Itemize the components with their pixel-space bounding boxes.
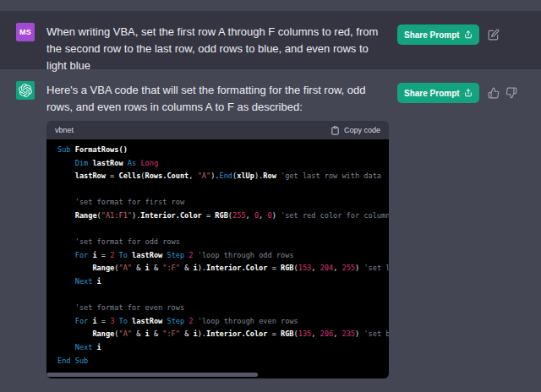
- user-message-content: When writing VBA, set the first row A th…: [46, 24, 389, 74]
- feedback-buttons: [488, 87, 517, 99]
- code-line: Next i: [57, 275, 389, 289]
- user-message-actions: Share Prompt: [397, 24, 500, 45]
- code-line: End Sub: [57, 355, 389, 368]
- thumbs-down-button[interactable]: [505, 87, 517, 99]
- code-line: [57, 289, 389, 302]
- code-line: 'set format for first row: [57, 196, 389, 210]
- share-prompt-button[interactable]: Share Prompt: [397, 24, 479, 45]
- assistant-message-text: Here's a VBA code that will set the form…: [46, 82, 389, 116]
- share-response-button[interactable]: Share Prompt: [397, 83, 479, 103]
- code-line: lastRow = Cells(Rows.Count, "A").End(xlU…: [57, 170, 389, 183]
- openai-logo-icon: [19, 84, 32, 97]
- assistant-message-actions: Share Prompt: [397, 83, 517, 103]
- code-line: Range("A" & i & ":F" & i).Interior.Color…: [57, 262, 389, 275]
- assistant-message-content: Here's a VBA code that will set the form…: [46, 82, 389, 378]
- code-line: Range("A" & i & ":F" & i).Interior.Color…: [57, 328, 389, 341]
- code-line: 'set format for odd rows: [57, 236, 389, 249]
- clipboard-icon: [331, 126, 340, 135]
- user-avatar-initials: MS: [19, 28, 31, 36]
- thumbs-up-button[interactable]: [488, 87, 500, 99]
- thumb-up-icon: [488, 87, 500, 99]
- assistant-avatar: [16, 81, 35, 100]
- code-language-label: vbnet: [55, 126, 74, 134]
- code-horizontal-scrollbar[interactable]: [46, 373, 258, 377]
- code-content: Sub FormatRows() Dim lastRow As Long las…: [46, 139, 389, 378]
- share-icon: [464, 89, 473, 97]
- share-icon: [464, 30, 473, 39]
- user-avatar: MS: [16, 23, 35, 41]
- code-line: Next i: [57, 341, 389, 355]
- share-response-label: Share Prompt: [404, 89, 460, 98]
- code-block: vbnet Copy code Sub FormatRows() Dim las…: [46, 121, 389, 378]
- code-block-header: vbnet Copy code: [46, 121, 389, 139]
- copy-code-label: Copy code: [344, 126, 380, 134]
- code-line: [57, 183, 389, 197]
- code-line: Sub FormatRows(): [57, 144, 389, 157]
- code-line: For i = 2 To lastRow Step 2 'loop throug…: [57, 249, 389, 263]
- copy-code-button[interactable]: Copy code: [331, 126, 380, 135]
- code-line: [57, 223, 389, 237]
- assistant-message-row: Here's a VBA code that will set the form…: [0, 69, 541, 392]
- share-prompt-label: Share Prompt: [404, 30, 460, 40]
- user-message-text: When writing VBA, set the first row A th…: [46, 24, 389, 74]
- code-line: Dim lastRow As Long: [57, 157, 389, 171]
- thumb-down-icon: [505, 87, 517, 99]
- code-line: 'set format for even rows: [57, 302, 389, 315]
- code-line: For i = 3 To lastRow Step 2 'loop throug…: [57, 315, 389, 329]
- code-line: Range("A1:F1").Interior.Color = RGB(255,…: [57, 210, 389, 223]
- user-message-row: MS When writing VBA, set the first row A…: [0, 11, 541, 69]
- edit-message-button[interactable]: [488, 29, 500, 41]
- edit-icon: [488, 29, 500, 41]
- previous-message-edge: [0, 0, 541, 11]
